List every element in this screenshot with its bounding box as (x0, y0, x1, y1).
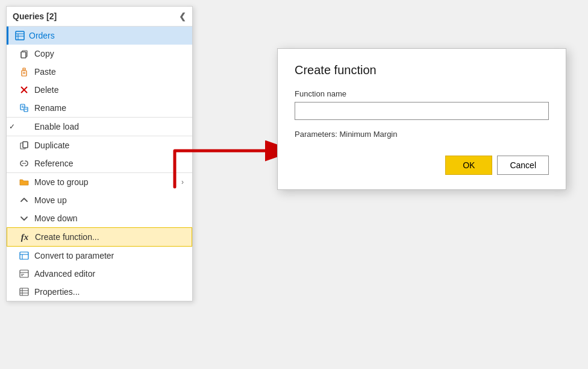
reference-icon (19, 158, 30, 169)
copy-label: Copy (34, 49, 184, 58)
duplicate-icon (19, 140, 30, 151)
menu-item-advanced-editor[interactable]: Advanced editor (7, 265, 192, 283)
dialog-buttons: OK Cancel (295, 156, 549, 175)
fx-icon: fx (19, 232, 30, 242)
panel-title: Queries [2] (13, 11, 57, 21)
menu-item-create-function[interactable]: fx Create function... (7, 227, 192, 247)
menu-item-convert-to-parameter[interactable]: Convert to parameter (7, 247, 192, 265)
svg-rect-5 (21, 52, 26, 58)
svg-rect-19 (23, 142, 28, 148)
panel-title-text: Queries [2] (13, 11, 57, 21)
dialog-title: Create function (295, 63, 549, 77)
menu-item-move-down[interactable]: Move down (7, 209, 192, 227)
context-menu-panel: Queries [2] ❮ Orders Copy (6, 6, 193, 301)
collapse-icon[interactable]: ❮ (179, 11, 186, 21)
rename-icon (19, 102, 30, 113)
menu-item-move-to-group[interactable]: Move to group › (7, 172, 192, 191)
cancel-button[interactable]: Cancel (497, 156, 549, 175)
enable-load-icon (19, 121, 30, 132)
submenu-arrow-icon: › (181, 178, 184, 186)
menu-item-reference[interactable]: Reference (7, 154, 192, 172)
enable-load-label: Enable load (34, 122, 184, 131)
delete-label: Delete (34, 85, 184, 95)
menu-item-rename[interactable]: Rename (7, 99, 192, 117)
menu-item-duplicate[interactable]: Duplicate (7, 136, 192, 154)
svg-rect-25 (20, 270, 28, 277)
move-up-label: Move up (34, 195, 184, 205)
orders-item[interactable]: Orders (7, 27, 192, 45)
menu-item-enable-load[interactable]: ✓ Enable load (7, 117, 192, 136)
function-name-input[interactable] (295, 102, 549, 120)
parameters-text: Parameters: Minimum Margin (295, 130, 549, 139)
menu-items-list: Copy Paste Delete (7, 45, 192, 301)
svg-rect-8 (23, 68, 25, 70)
table-icon (14, 30, 25, 41)
ok-button[interactable]: OK (445, 156, 492, 175)
copy-icon (19, 48, 30, 59)
menu-item-paste[interactable]: Paste (7, 63, 192, 81)
move-down-label: Move down (34, 213, 184, 223)
paste-icon (19, 66, 30, 77)
create-function-label: Create function... (35, 232, 183, 242)
svg-rect-22 (20, 252, 28, 259)
function-name-label: Function name (295, 89, 549, 98)
menu-item-delete[interactable]: Delete (7, 81, 192, 99)
move-to-group-label: Move to group (34, 177, 177, 187)
menu-item-properties[interactable]: Properties... (7, 283, 192, 301)
move-up-icon (19, 195, 30, 206)
move-down-icon (19, 213, 30, 224)
advanced-editor-label: Advanced editor (34, 269, 184, 279)
svg-rect-0 (16, 31, 24, 40)
orders-label: Orders (29, 31, 55, 40)
properties-label: Properties... (34, 287, 184, 297)
delete-icon (19, 84, 30, 95)
rename-label: Rename (34, 103, 184, 113)
menu-item-copy[interactable]: Copy (7, 45, 192, 63)
editor-icon (19, 268, 30, 279)
paste-label: Paste (34, 67, 184, 77)
properties-icon (19, 286, 30, 297)
parameter-icon (19, 250, 30, 261)
reference-label: Reference (34, 159, 184, 168)
panel-header: Queries [2] ❮ (7, 7, 192, 27)
convert-parameter-label: Convert to parameter (34, 251, 184, 260)
menu-item-move-up[interactable]: Move up (7, 191, 192, 209)
folder-icon (19, 177, 30, 188)
create-function-dialog: Create function Function name Parameters… (277, 48, 566, 190)
svg-rect-29 (20, 288, 28, 295)
duplicate-label: Duplicate (34, 140, 184, 150)
checkmark-icon: ✓ (9, 122, 15, 131)
